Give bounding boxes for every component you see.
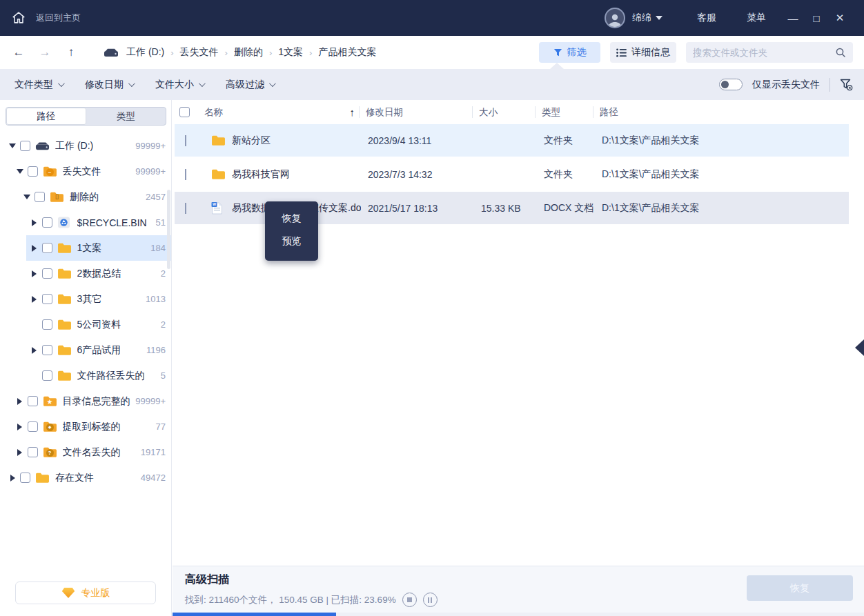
chevron-down-icon[interactable] <box>656 16 662 20</box>
tree-item-3其它[interactable]: 3其它1013 <box>26 286 172 312</box>
row-checkbox[interactable] <box>185 135 186 146</box>
tab-路径[interactable]: 路径 <box>6 108 86 125</box>
collapse-arrow-icon[interactable] <box>8 143 17 148</box>
maximize-button[interactable]: □ <box>805 12 828 24</box>
tree-checkbox[interactable] <box>42 268 52 279</box>
select-all-checkbox[interactable] <box>179 107 190 117</box>
tab-类型[interactable]: 类型 <box>86 108 166 125</box>
tree-checkbox[interactable] <box>42 217 52 228</box>
details-button[interactable]: 详细信息 <box>610 42 676 63</box>
drive-icon <box>35 140 50 152</box>
minimize-button[interactable]: — <box>781 12 805 24</box>
scan-mode-title: 高级扫描 <box>185 573 229 587</box>
row-checkbox[interactable] <box>185 203 186 214</box>
titlebar: 返回到主页 绵绵 客服 菜单 — □ ✕ <box>0 0 864 36</box>
search-box <box>686 42 853 63</box>
tree-checkbox[interactable] <box>28 396 38 406</box>
column-header-date[interactable]: 修改日期 <box>359 100 472 124</box>
collapse-panel-arrow-icon[interactable] <box>855 339 864 356</box>
breadcrumb-item[interactable]: 产品相关文案 <box>318 46 376 59</box>
tree-checkbox[interactable] <box>28 166 38 177</box>
tree-item-6产品试用[interactable]: 6产品试用1196 <box>26 337 172 363</box>
back-home-label[interactable]: 返回到主页 <box>36 12 81 24</box>
close-button[interactable]: ✕ <box>828 12 852 24</box>
tree-item-5公司资料[interactable]: 5公司资料2 <box>26 312 172 337</box>
stop-scan-button[interactable] <box>402 593 417 607</box>
collapse-arrow-icon[interactable] <box>16 169 24 174</box>
filter-dropdown-label: 文件大小 <box>155 79 194 91</box>
tree-item-删除的[interactable]: ▯删除的2457 <box>19 184 171 210</box>
tree-checkbox[interactable] <box>42 345 52 355</box>
expand-arrow-icon[interactable] <box>16 424 24 430</box>
filter-button[interactable]: 筛选 <box>539 42 600 63</box>
tree-item-1文案[interactable]: 1文案184 <box>26 235 172 261</box>
file-date-cell: 2021/5/17 18:13 <box>361 203 474 214</box>
username[interactable]: 绵绵 <box>632 12 651 24</box>
tree-item-$RECYCLE.BIN[interactable]: $RECYCLE.BIN51 <box>26 210 172 235</box>
search-icon[interactable] <box>835 47 846 58</box>
row-checkbox[interactable] <box>185 169 186 180</box>
tree-checkbox[interactable] <box>42 319 52 330</box>
expand-arrow-icon[interactable] <box>30 347 39 354</box>
context-menu-item-恢复[interactable]: 恢复 <box>265 207 318 230</box>
sort-ascending-icon[interactable]: ↑ <box>350 106 355 118</box>
tree-item-丢失文件[interactable]: –丢失文件99999+ <box>12 159 172 184</box>
table-row[interactable]: 易我科技官网2023/7/3 14:32文件夹D:\1文案\产品相关文案 <box>175 158 849 190</box>
tree-checkbox[interactable] <box>20 141 30 151</box>
column-header-type[interactable]: 类型 <box>535 100 593 124</box>
breadcrumb-item[interactable]: 丢失文件 <box>180 46 219 59</box>
recover-button[interactable]: 恢复 <box>747 575 853 601</box>
nav-forward-icon[interactable]: → <box>32 46 58 59</box>
tree-checkbox[interactable] <box>42 294 52 304</box>
filter-dropdown[interactable]: 高级过滤 <box>226 79 274 91</box>
nav-up-icon[interactable]: ↑ <box>58 46 84 59</box>
filter-dropdown[interactable]: 文件类型 <box>14 79 63 91</box>
expand-arrow-icon[interactable] <box>30 245 39 252</box>
clear-filter-icon[interactable] <box>840 79 853 91</box>
breadcrumb-item[interactable]: 删除的 <box>234 46 263 59</box>
column-header-name[interactable]: 名称 ↑ <box>197 100 359 124</box>
tree-checkbox[interactable] <box>20 473 30 483</box>
tree-item-提取到标签的[interactable]: ◆提取到标签的77 <box>12 414 172 439</box>
tree-item-2数据总结[interactable]: 2数据总结2 <box>26 261 172 286</box>
support-link[interactable]: 客服 <box>697 12 716 24</box>
breadcrumb-item[interactable]: 1文案 <box>278 46 303 59</box>
table-row[interactable]: 新站分区2023/9/4 13:11文件夹D:\1文案\产品相关文案 <box>175 124 849 157</box>
filter-dropdown[interactable]: 修改日期 <box>85 79 133 91</box>
expand-arrow-icon[interactable] <box>30 219 39 226</box>
lost-files-only-toggle[interactable] <box>719 79 743 90</box>
menu-link[interactable]: 菜单 <box>747 12 766 24</box>
pro-version-button[interactable]: 专业版 <box>15 582 156 604</box>
tree-item-存在文件[interactable]: 存在文件49472 <box>4 465 171 490</box>
search-input[interactable] <box>693 48 835 58</box>
nav-back-icon[interactable]: ← <box>6 46 32 59</box>
tree-item-工作 (D:)[interactable]: 工作 (D:)99999+ <box>4 133 171 159</box>
expand-arrow-icon[interactable] <box>30 296 39 303</box>
folder-tag-icon: ◆ <box>43 421 57 433</box>
column-header-path[interactable]: 路径 <box>593 100 864 124</box>
tree-checkbox[interactable] <box>42 243 52 253</box>
pause-scan-button[interactable] <box>423 593 438 607</box>
column-header-size[interactable]: 大小 <box>472 100 535 124</box>
tree-item-目录信息完整的[interactable]: ★目录信息完整的99999+ <box>12 388 172 414</box>
tree-checkbox[interactable] <box>35 192 45 202</box>
tree-item-count: 49472 <box>141 473 166 483</box>
expand-arrow-icon[interactable] <box>16 449 24 456</box>
expand-arrow-icon[interactable] <box>16 398 24 405</box>
breadcrumb-item[interactable]: 工作 (D:) <box>126 46 164 59</box>
sidebar-scrollbar[interactable] <box>167 190 170 269</box>
expand-arrow-icon[interactable] <box>30 270 39 277</box>
home-icon[interactable] <box>11 10 26 26</box>
collapse-arrow-icon[interactable] <box>23 195 31 199</box>
tree-item-文件名丢失的[interactable]: ?文件名丢失的19171 <box>12 439 172 465</box>
tree-checkbox[interactable] <box>28 447 38 457</box>
avatar[interactable] <box>605 8 625 28</box>
tree-checkbox[interactable] <box>42 370 52 381</box>
context-menu-item-预览[interactable]: 预览 <box>265 230 318 252</box>
folder-icon <box>35 472 50 484</box>
expand-arrow-icon[interactable] <box>8 475 17 481</box>
filter-dropdown-label: 高级过滤 <box>226 79 264 91</box>
filter-dropdown[interactable]: 文件大小 <box>155 79 204 91</box>
tree-item-文件路径丢失的[interactable]: 文件路径丢失的5 <box>26 363 172 388</box>
tree-checkbox[interactable] <box>28 421 38 432</box>
